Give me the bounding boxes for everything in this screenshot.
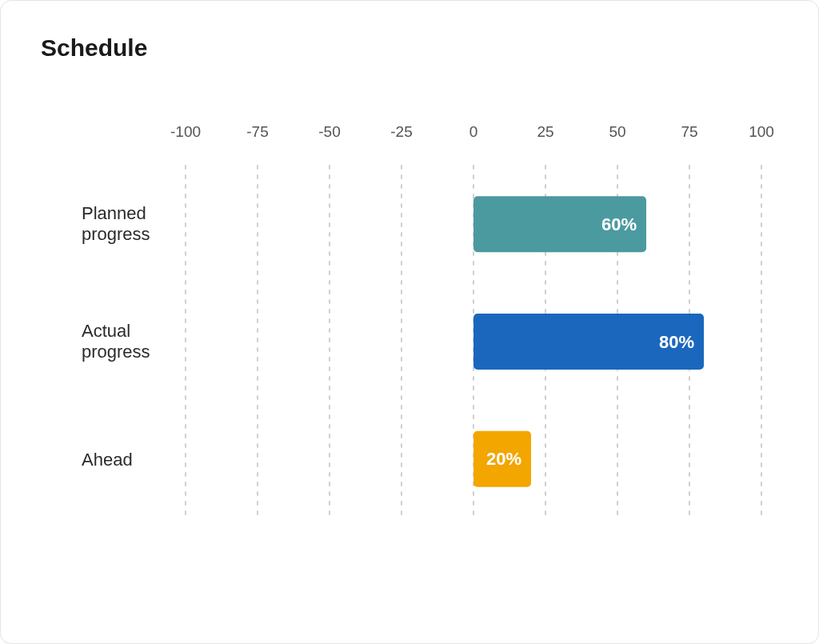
x-tick-label: 75 [681,123,697,140]
x-tick-label: 50 [609,123,625,140]
x-tick-label: -100 [170,123,201,140]
chart-card: Schedule -100-75-50-250255075100Plannedp… [0,0,819,644]
x-tick-label: 25 [537,123,553,140]
category-label: Actualprogress [82,321,150,362]
chart-title: Schedule [41,34,778,62]
bar-value-label: 60% [601,214,637,234]
bar-value-label: 20% [486,449,521,469]
x-tick-label: -75 [246,123,268,140]
x-tick-label: -25 [390,123,412,140]
bar-chart: -100-75-50-250255075100Plannedprogress60… [41,118,778,534]
chart-area: -100-75-50-250255075100Plannedprogress60… [41,118,778,534]
x-tick-label: -50 [318,123,340,140]
category-label: Ahead [82,450,133,470]
x-tick-label: 100 [749,123,774,140]
category-label: Plannedprogress [82,203,150,244]
x-tick-label: 0 [469,123,478,140]
bar-value-label: 80% [659,332,694,352]
